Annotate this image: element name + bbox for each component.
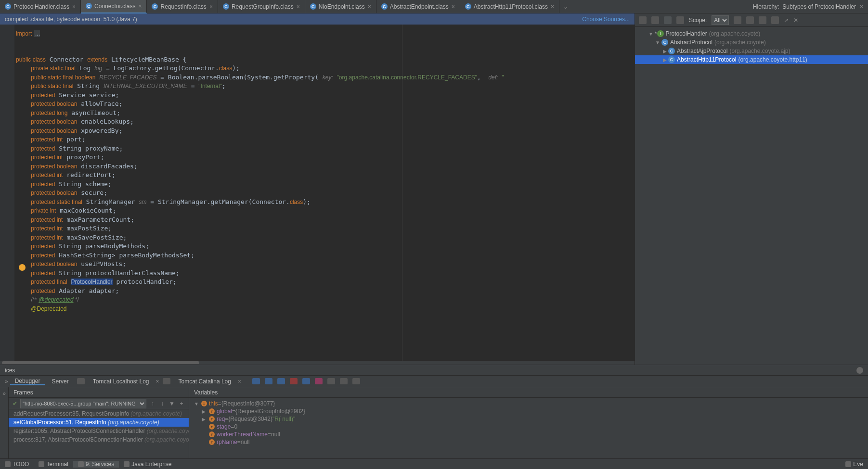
close-icon[interactable]: ×	[297, 3, 300, 10]
tab-debugger[interactable]: Debugger	[10, 378, 45, 385]
tab-localhost-log[interactable]: Tomcat Localhost Log	[88, 378, 154, 385]
variable-row[interactable]: ▼≡this = {RequestInfo@3077}	[189, 400, 868, 407]
variable-row[interactable]: ▶freq = {Request@3042} "R( null)"	[189, 415, 868, 423]
code-editor[interactable]: import ... public class Connector extend…	[0, 25, 635, 365]
debug-icon[interactable]	[352, 378, 360, 384]
scope-select[interactable]: All	[712, 15, 729, 25]
export-icon[interactable]: ↗	[784, 17, 789, 24]
prev-frame-icon[interactable]: ↑	[149, 400, 156, 407]
terminal-icon	[39, 461, 44, 467]
filter-icon[interactable]: ▼	[168, 400, 175, 407]
variable-row[interactable]: fworkerThreadName = null	[189, 431, 868, 438]
tab-requestgroupinfo[interactable]: CRequestGroupInfo.class×	[218, 0, 305, 13]
gear-icon[interactable]	[856, 367, 863, 374]
close-icon[interactable]: ×	[551, 3, 554, 10]
chevron-right-icon[interactable]: ▶	[663, 57, 667, 63]
variable-row[interactable]: frpName = null	[189, 438, 868, 446]
step-out-icon[interactable]	[290, 378, 298, 384]
autoscroll-icon[interactable]	[746, 16, 754, 24]
tab-label: RequestInfo.class	[160, 3, 206, 10]
var-eq: =	[268, 431, 271, 438]
more-icon[interactable]: »	[5, 378, 8, 385]
pin-icon[interactable]	[771, 16, 779, 24]
var-value: {Request@3042}	[228, 416, 272, 422]
run-to-cursor-icon[interactable]	[302, 378, 310, 384]
chevron-right-icon[interactable]: ▶	[663, 49, 667, 54]
var-value: null	[271, 431, 280, 438]
scrollbar-thumb[interactable]	[2, 361, 199, 364]
tab-abstracthttp11[interactable]: CAbstractHttp11Protocol.class×	[460, 0, 559, 13]
variable-list[interactable]: ▼≡this = {RequestInfo@3077}▶fglobal = {R…	[189, 398, 868, 458]
add-icon[interactable]: +	[178, 400, 185, 407]
tree-node-root[interactable]: ▼ * IProtocolHandler(org.apache.coyote)	[635, 29, 868, 38]
thread-select[interactable]: "http-nio-8080-exec-5...group "main": RU…	[20, 399, 146, 408]
next-frame-icon[interactable]: ↓	[159, 400, 166, 407]
tree-node-abstractprotocol[interactable]: ▼CAbstractProtocol(org.apache.coyote)	[635, 38, 868, 47]
close-icon[interactable]: ✕	[793, 17, 798, 24]
frame-row[interactable]: register:1065, AbstractProtocol$Connecti…	[9, 427, 189, 435]
sb-terminal[interactable]: Terminal	[34, 461, 73, 468]
debug-icon[interactable]	[327, 378, 335, 384]
node-pkg: (org.apache.coyote)	[714, 39, 766, 46]
close-icon[interactable]: ×	[368, 3, 371, 10]
tool-icon[interactable]	[664, 16, 672, 24]
variables-panel: Variables ▼≡this = {RequestInfo@3077}▶fg…	[189, 387, 868, 458]
sb-java-enterprise[interactable]: Java Enterprise	[119, 461, 176, 468]
tool-icon[interactable]	[651, 16, 659, 24]
var-name: workerThreadName	[217, 431, 268, 438]
chevron-icon[interactable]: ▶	[202, 417, 207, 422]
hierarchy-panel: Scope: All ↗ ✕ ▼ * IProtocolHandler(org.…	[635, 13, 868, 365]
frame-row[interactable]: addRequestProcessor:35, RequestGroupInfo…	[9, 409, 189, 418]
close-icon[interactable]: ×	[72, 3, 76, 10]
debug-action-icon[interactable]	[252, 378, 260, 384]
tab-requestinfo[interactable]: CRequestInfo.class×	[147, 0, 218, 13]
frame-row[interactable]: setGlobalProcessor:51, RequestInfo (org.…	[9, 418, 189, 427]
tab-nioendpoint[interactable]: CNioEndpoint.class×	[305, 0, 376, 13]
tool-icon[interactable]	[639, 16, 647, 24]
sb-todo[interactable]: TODO	[0, 461, 34, 468]
check-icon: ✔	[13, 400, 17, 407]
var-value: {RequestGroupInfo@2982}	[235, 408, 305, 415]
debug-icon[interactable]	[340, 378, 348, 384]
chevron-down-icon[interactable]: ▼	[648, 31, 653, 37]
frame-row[interactable]: process:817, AbstractProtocol$Connection…	[9, 435, 189, 444]
close-icon[interactable]: ×	[138, 3, 142, 10]
class-icon: C	[465, 3, 471, 10]
tab-catalina-log[interactable]: Tomcat Catalina Log	[174, 378, 236, 385]
scope-label: Scope:	[689, 17, 707, 24]
more-tabs-icon[interactable]: ⌄	[559, 3, 572, 10]
code-content[interactable]: import ... public class Connector extend…	[0, 25, 635, 318]
sort-icon[interactable]	[676, 16, 684, 24]
tab-server[interactable]: Server	[47, 378, 73, 385]
main-area: compiled .class file, bytecode version: …	[0, 13, 868, 365]
close-icon[interactable]: ×	[209, 3, 213, 10]
frames-panel: Frames ✔ "http-nio-8080-exec-5...group "…	[9, 387, 189, 458]
chevron-icon[interactable]: ▶	[202, 409, 207, 414]
tab-abstractendpoint[interactable]: CAbstractEndpoint.class×	[376, 0, 460, 13]
tab-connector[interactable]: CConnector.class×	[81, 0, 147, 13]
evaluate-icon[interactable]	[315, 378, 323, 384]
close-icon[interactable]: ×	[238, 378, 241, 385]
tree-node-abstractajp[interactable]: ▶CAbstractAjpProtocol(org.apache.coyote.…	[635, 47, 868, 55]
chevron-icon[interactable]: ▼	[194, 401, 200, 406]
chevron-down-icon[interactable]: ▼	[655, 40, 660, 45]
java-icon	[124, 461, 130, 467]
tree-node-abstracthttp11[interactable]: ▶CAbstractHttp11Protocol(org.apache.coyo…	[635, 55, 868, 64]
tab-protocolhandler[interactable]: CProtocolHandler.class×	[0, 0, 81, 13]
expand-icon[interactable]	[759, 16, 766, 24]
refresh-icon[interactable]	[734, 16, 741, 24]
choose-sources-link[interactable]: Choose Sources...	[582, 16, 630, 23]
sb-services[interactable]: 9: Services	[73, 461, 119, 468]
gutter	[0, 25, 14, 365]
frame-list[interactable]: addRequestProcessor:35, RequestGroupInfo…	[9, 409, 189, 458]
close-icon[interactable]: ×	[860, 3, 863, 10]
step-over-icon[interactable]	[265, 378, 272, 384]
close-icon[interactable]: ×	[452, 3, 455, 10]
close-icon[interactable]: ×	[156, 378, 159, 385]
step-into-icon[interactable]	[277, 378, 285, 384]
sb-events[interactable]: Eve	[841, 461, 868, 468]
variable-row[interactable]: fstage = 0	[189, 423, 868, 431]
variable-row[interactable]: ▶fglobal = {RequestGroupInfo@2982}	[189, 407, 868, 415]
horizontal-scrollbar[interactable]	[0, 361, 635, 365]
intention-bulb-icon[interactable]	[19, 264, 26, 271]
